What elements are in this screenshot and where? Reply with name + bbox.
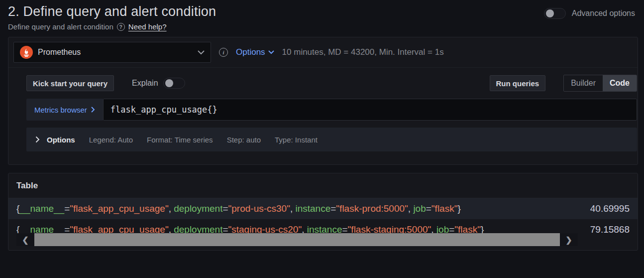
mode-code[interactable]: Code (603, 75, 637, 91)
page-title: 2. Define query and alert condition (8, 4, 636, 19)
datasource-name: Prometheus (38, 48, 193, 57)
label-name: __name__ (19, 203, 64, 214)
chevron-right-icon[interactable] (35, 136, 40, 143)
options-collapse-label[interactable]: Options (47, 136, 75, 144)
step-header: 2. Define query and alert condition Defi… (0, 0, 644, 36)
label-value: "flask-prod:5000" (336, 203, 408, 214)
advanced-options-toggle[interactable] (544, 8, 566, 19)
datasource-picker[interactable]: Prometheus (13, 42, 211, 63)
metrics-browser-button[interactable]: Metrics browser (26, 99, 103, 121)
chevron-right-icon (91, 107, 95, 113)
advanced-options-label: Advanced options (572, 9, 635, 18)
table-row: {__name__="flask_app_cpu_usage", deploym… (8, 198, 638, 219)
scroll-left-button[interactable]: ❮ (16, 233, 34, 246)
option-type: Type: Instant (275, 136, 318, 144)
toggle-knob (165, 79, 173, 87)
metric-value: 79.15868 (574, 224, 630, 235)
query-options-row[interactable]: Options Legend: Auto Format: Time series… (26, 128, 637, 151)
horizontal-scrollbar[interactable]: ❮ ❯ (16, 233, 578, 246)
scrollbar-thumb[interactable] (34, 233, 560, 246)
option-format: Format: Time series (147, 136, 213, 144)
prometheus-icon (20, 46, 33, 59)
query-editor-panel: Prometheus i Options 10 minutes, MD = 43… (8, 37, 638, 165)
help-circle-icon[interactable]: ? (117, 23, 125, 31)
options-dropdown-label: Options (236, 47, 265, 57)
promql-query-input[interactable] (103, 99, 637, 121)
label-value: "flask" (431, 203, 458, 214)
label-name: instance (295, 203, 330, 214)
results-table-panel: Table {__name__="flask_app_cpu_usage", d… (8, 173, 638, 251)
option-step: Step: auto (227, 136, 261, 144)
table-panel-title: Table (8, 173, 638, 198)
label-value: "prod-us-cs30" (228, 203, 290, 214)
editor-mode-switch: Builder Code (563, 75, 637, 92)
option-legend: Legend: Auto (89, 136, 133, 144)
metric-labels: {__name__="flask_app_cpu_usage", deploym… (16, 203, 574, 214)
explain-toggle[interactable] (163, 78, 185, 89)
mode-builder[interactable]: Builder (564, 75, 603, 91)
kickstart-query-button[interactable]: Kick start your query (26, 75, 114, 91)
metrics-browser-label: Metrics browser (34, 106, 87, 114)
page-subtitle: Define query and alert condition (8, 22, 113, 31)
toggle-knob (546, 9, 554, 17)
query-options-summary: 10 minutes, MD = 43200, Min. Interval = … (282, 47, 444, 57)
label-value: "flask_app_cpu_usage" (70, 203, 168, 214)
info-icon[interactable]: i (219, 48, 228, 57)
need-help-link[interactable]: Need help? (128, 22, 167, 31)
options-dropdown[interactable]: Options (236, 47, 274, 57)
metric-value: 40.69995 (574, 203, 630, 214)
explain-label: Explain (132, 79, 158, 88)
scroll-right-button[interactable]: ❯ (560, 233, 578, 246)
label-name: deployment (174, 203, 222, 214)
label-name: job (413, 203, 426, 214)
chevron-down-icon (268, 50, 274, 54)
run-queries-button[interactable]: Run queries (490, 75, 546, 91)
chevron-down-icon (198, 50, 205, 55)
